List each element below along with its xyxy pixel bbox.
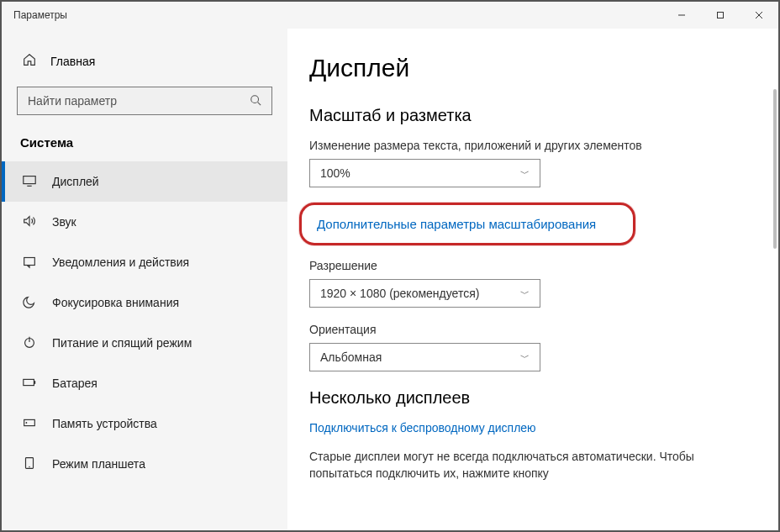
sidebar-item-storage[interactable]: Память устройства xyxy=(2,403,287,444)
scale-combo[interactable]: 100% ﹀ xyxy=(309,159,540,187)
svg-point-16 xyxy=(29,466,29,466)
sidebar-item-label: Питание и спящий режим xyxy=(52,336,192,350)
orientation-label: Ориентация xyxy=(309,323,756,336)
settings-window: Параметры Главная Найти параметр xyxy=(0,0,780,532)
sidebar-item-power[interactable]: Питание и спящий режим xyxy=(2,323,287,363)
home-label: Главная xyxy=(50,55,95,68)
orientation-value: Альбомная xyxy=(320,350,382,364)
resolution-value: 1920 × 1080 (рекомендуется) xyxy=(320,287,479,300)
scale-value: 100% xyxy=(320,166,350,180)
scrollbar[interactable] xyxy=(773,89,777,249)
sidebar-item-tablet[interactable]: Режим планшета xyxy=(2,444,287,484)
svg-point-4 xyxy=(251,95,259,103)
tablet-icon xyxy=(22,456,37,473)
svg-rect-12 xyxy=(34,381,35,384)
storage-icon xyxy=(22,415,37,433)
home-link[interactable]: Главная xyxy=(2,44,287,78)
scale-label: Изменение размера текста, приложений и д… xyxy=(309,139,756,152)
chevron-down-icon: ﹀ xyxy=(520,351,530,364)
nav-list: Дисплей Звук Уведомления и действия xyxy=(2,161,287,530)
notifications-icon xyxy=(22,254,37,271)
window-body: Главная Найти параметр Система Дисплей xyxy=(2,29,778,530)
maximize-button[interactable] xyxy=(701,2,740,29)
focus-icon xyxy=(22,294,37,312)
section-heading: Система xyxy=(2,130,287,161)
sidebar-item-battery[interactable]: Батарея xyxy=(2,363,287,403)
page-title: Дисплей xyxy=(309,54,756,82)
power-icon xyxy=(22,334,37,352)
sidebar-item-label: Фокусировка внимания xyxy=(52,296,179,309)
svg-line-5 xyxy=(258,102,261,105)
old-displays-note: Старые дисплеи могут не всегда подключат… xyxy=(309,448,756,482)
scale-heading: Масштаб и разметка xyxy=(309,106,756,125)
sidebar: Главная Найти параметр Система Дисплей xyxy=(2,29,287,530)
sidebar-item-focus[interactable]: Фокусировка внимания xyxy=(2,282,287,323)
battery-icon xyxy=(22,375,37,392)
sidebar-item-label: Режим планшета xyxy=(52,457,145,471)
sidebar-item-display[interactable]: Дисплей xyxy=(2,161,287,202)
sidebar-item-label: Дисплей xyxy=(52,175,99,188)
resolution-combo[interactable]: 1920 × 1080 (рекомендуется) ﹀ xyxy=(309,279,540,308)
svg-rect-6 xyxy=(24,176,35,183)
close-button[interactable] xyxy=(740,2,778,29)
multi-heading: Несколько дисплеев xyxy=(309,388,756,408)
window-controls xyxy=(662,2,778,29)
svg-rect-1 xyxy=(718,13,724,18)
window-title: Параметры xyxy=(13,9,67,21)
search-icon xyxy=(250,94,261,108)
sidebar-item-notifications[interactable]: Уведомления и действия xyxy=(2,242,287,282)
orientation-combo[interactable]: Альбомная ﹀ xyxy=(309,343,540,371)
sidebar-item-label: Звук xyxy=(52,215,76,229)
chevron-down-icon: ﹀ xyxy=(520,167,530,180)
sidebar-item-label: Память устройства xyxy=(52,417,157,430)
resolution-label: Разрешение xyxy=(309,259,756,272)
svg-point-14 xyxy=(26,422,28,424)
sidebar-item-label: Батарея xyxy=(52,377,98,390)
advanced-scaling-highlight: Дополнительные параметры масштабирования xyxy=(299,203,635,245)
sidebar-item-label: Уведомления и действия xyxy=(52,255,189,269)
wireless-display-link[interactable]: Подключиться к беспроводному дисплею xyxy=(309,421,536,435)
titlebar: Параметры xyxy=(2,2,778,29)
svg-rect-8 xyxy=(24,257,35,265)
display-icon xyxy=(22,173,37,191)
advanced-scaling-link[interactable]: Дополнительные параметры масштабирования xyxy=(317,217,596,231)
home-icon xyxy=(22,52,37,70)
content-area: Дисплей Масштаб и разметка Изменение раз… xyxy=(287,29,778,530)
search-placeholder: Найти параметр xyxy=(28,94,117,108)
sound-icon xyxy=(22,213,37,231)
search-input[interactable]: Найти параметр xyxy=(17,87,272,115)
chevron-down-icon: ﹀ xyxy=(520,287,530,300)
minimize-button[interactable] xyxy=(662,2,701,29)
sidebar-item-sound[interactable]: Звук xyxy=(2,202,287,242)
svg-rect-11 xyxy=(24,379,34,385)
